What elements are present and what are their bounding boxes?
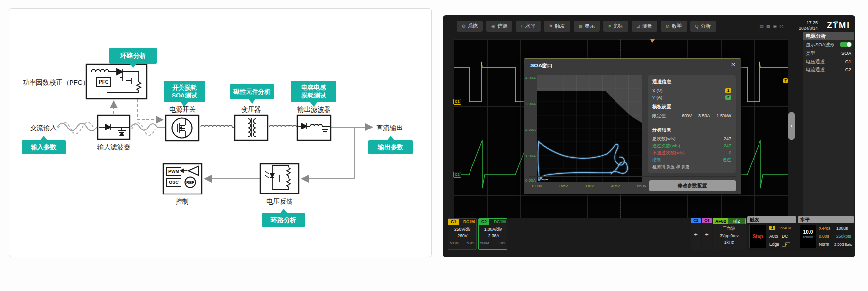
y-tick: 1.00A [524,154,536,158]
result-row: 结果 通过 [652,156,731,163]
pass-count-label: 通过次数(wfs) [652,143,680,149]
y-tick: 2.00A [524,128,536,132]
afg2-frequency: 1kHz [713,240,746,245]
trigger-coupling[interactable]: DC [782,234,788,239]
c2-probe-ratio: 10:1 [499,241,506,245]
divider [787,22,787,31]
network-status-icon[interactable]: ◉ [773,24,777,29]
trigger-panel[interactable]: 触发 Stop 1 T:240V Auto DC Edge [747,216,796,251]
c2-channel-tile[interactable]: C2 DC1M 1.00A/div -2.36A 500M 10:1 [478,218,507,250]
clock: 17:25 2024/8/14 [789,20,818,31]
trigger-sweep-mode[interactable]: Auto [769,234,778,239]
menu-bar: ⚙系统 ◉信源 ≈水平 ⚑触发 ▦显示 #光标 ⊿测量 M数学 Q分析 [457,21,716,32]
oscilloscope-screen: ⚙系统 ◉信源 ≈水平 ⚑触发 ▦显示 #光标 ⊿测量 M数学 Q分析 ▤ ▦ … [443,15,855,257]
callout-text: 输出参数 [368,143,413,152]
menu-label: 光标 [613,23,623,30]
timebase-scale: 10.0 [800,229,816,235]
voltage-channel-label: 电压通道 [806,59,825,64]
menu-measure-button[interactable]: ⊿测量 [632,21,658,32]
current-channel-row[interactable]: 电流通道 C2 [803,65,854,74]
trigger-state[interactable]: Stop [749,225,766,248]
c1-channel-tile[interactable]: C1 DC1M 250V/div 260V 500M 500:1 [448,218,477,250]
c4-add-button[interactable]: + [702,231,712,238]
memory-depth: 250kpts [836,234,851,239]
detection-note: 检测到 负压 和 负流 [652,164,731,170]
type-value: SOA [841,49,851,57]
menu-cursor-button[interactable]: #光标 [603,21,628,32]
trigger-type[interactable]: Edge [769,242,779,247]
trigger-source-badge[interactable]: 1 [769,226,775,230]
horizontal-icon: ≈ [521,24,523,29]
c4-name: C4 [702,218,712,223]
dialog-divider [529,176,736,177]
voltage-channel-row[interactable]: 电压通道 C1 [803,57,854,65]
voltage-feedback-label: 电压反馈 [266,197,293,206]
callout-pointer [310,102,318,107]
math-icon: M [666,24,670,29]
sidebar-title: 电源分析 [803,32,854,40]
menu-label: 触发 [555,23,565,30]
limit-values-row: 限定值 600V 3.50A 1.50kW [652,112,731,119]
trigger-flag-icon: ⚑ [549,24,553,29]
result-value: 通过 [723,157,731,163]
trigger-level-marker[interactable]: T [783,78,788,83]
soa-toggle[interactable] [840,42,852,47]
c1-scale: 250V/div [448,227,476,232]
callout-text: 环路分析 [262,216,305,225]
storage-status-icon[interactable]: ▦ [766,24,771,29]
menu-trigger-button[interactable]: ⚑触发 [544,21,570,32]
ac-input-label: 交流输入 [30,124,57,132]
xpos-value: 100us [836,226,848,231]
limit-power: 1.50kW [710,113,732,118]
menu-source-button[interactable]: ◉信源 [486,21,512,32]
y-tick: 3.00A [524,102,536,106]
c1-bandwidth: 500M [450,241,459,245]
pfc-box-label: PFC [96,79,111,85]
menu-analyze-button[interactable]: Q分析 [690,21,716,32]
callout-text-line1: 电容电感 [291,84,336,92]
menu-math-button[interactable]: M数学 [661,21,687,32]
trigger-position-marker[interactable] [650,39,655,43]
type-row[interactable]: 类型 SOA [803,49,854,57]
c1-channel-badge: 1 [725,88,731,93]
menu-horizontal-button[interactable]: ≈水平 [516,21,541,32]
show-soa-row: 显示SOA波形 [803,40,854,49]
c2-ground-marker[interactable]: C2 [453,172,461,178]
total-count-value: 247 [724,136,731,141]
y-channel-row: Y (A) 2 [652,94,731,101]
callout-pointer [40,136,48,141]
afg2-tile[interactable]: AFG2 HiZ 三角波 3Vpp 0mv 1kHz [713,218,746,250]
callout-magnetics-analysis: 磁性元件分析 [230,84,274,99]
xpos-label: X-Pos [819,226,830,231]
menu-label: 数学 [672,23,682,30]
menu-label: 系统 [468,23,478,30]
callout-input-params: 输入参数 [22,140,66,154]
sample-rate: 2.50GSa/s [834,242,852,247]
c1-footer: 500M 500:1 [448,241,476,245]
soa-window-dialog: SOA窗口 ✕ [524,58,741,194]
c2-footer: 500M 10:1 [479,241,507,245]
c3-channel-tile[interactable]: C3 + [691,218,701,250]
close-icon[interactable]: ✕ [731,61,736,68]
display-status-icon[interactable]: ▤ [760,24,764,29]
c2-channel-badge: 2 [725,95,731,100]
c1-ground-marker[interactable]: C1 [453,99,461,105]
sidebar-expander-handle[interactable]: › [788,112,795,140]
menu-display-button[interactable]: ▦显示 [574,21,600,32]
afg2-impedance: HiZ [728,218,745,224]
menu-system-button[interactable]: ⚙系统 [457,21,483,32]
x-channel-label: X (V) [652,88,663,93]
horizontal-panel[interactable]: 水平 10.0 us/div X-Pos 100us 0.00s 250kpts… [798,216,854,251]
trigger-panel-title: 触发 [747,216,796,223]
c1-header: C1 DC1M [448,219,476,225]
mouse-status-icon[interactable]: ◎ [779,24,783,29]
timebase-box[interactable]: 10.0 us/div [800,225,816,248]
afg2-amplitude: 3Vpp 0mv [713,233,746,238]
modify-params-button[interactable]: 修改参数配置 [649,180,736,191]
limit-current: 3.50A [692,113,710,118]
callout-pointer [387,136,395,141]
c4-channel-tile[interactable]: C4 + [702,218,712,250]
c3-add-button[interactable]: + [691,231,701,238]
result-label: 结果 [652,157,661,163]
acquisition-mode[interactable]: Norm [819,242,829,247]
